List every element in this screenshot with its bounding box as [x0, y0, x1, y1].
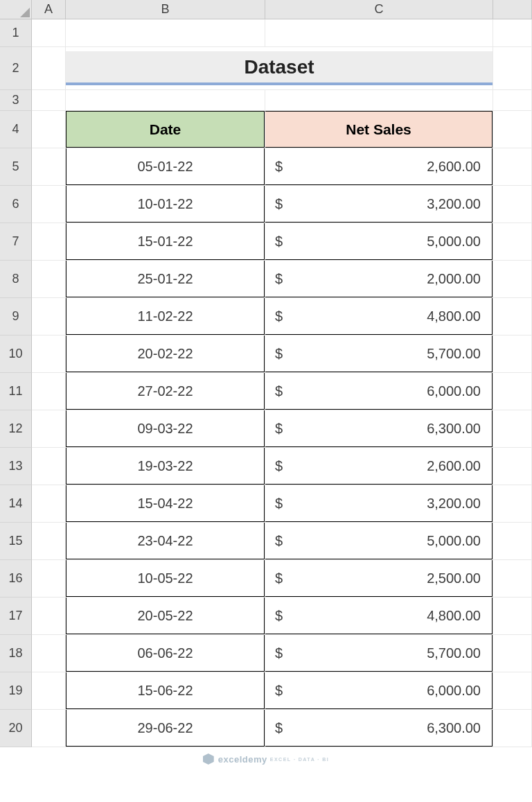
table-header-sales[interactable]: Net Sales [265, 111, 493, 148]
row-header[interactable]: 15 [0, 523, 32, 560]
cell[interactable] [265, 90, 493, 111]
date-cell[interactable]: 05-01-22 [66, 148, 265, 186]
cell[interactable] [32, 261, 66, 298]
date-cell[interactable]: 15-04-22 [66, 485, 265, 523]
row-header[interactable]: 7 [0, 223, 32, 261]
sales-cell[interactable]: $3,200.00 [265, 186, 493, 223]
cell[interactable] [32, 373, 66, 410]
row-header[interactable]: 10 [0, 335, 32, 373]
cell[interactable] [493, 710, 532, 747]
cell[interactable] [493, 19, 532, 47]
sales-cell[interactable]: $2,000.00 [265, 261, 493, 298]
date-cell[interactable]: 20-05-22 [66, 598, 265, 635]
sales-cell[interactable]: $4,800.00 [265, 598, 493, 635]
cell[interactable] [493, 223, 532, 261]
date-cell[interactable]: 10-05-22 [66, 560, 265, 598]
row-header[interactable]: 18 [0, 635, 32, 672]
cell[interactable] [32, 710, 66, 747]
cell[interactable] [32, 335, 66, 373]
row-header[interactable]: 3 [0, 90, 32, 111]
cell[interactable] [32, 148, 66, 186]
row-header[interactable]: 9 [0, 298, 32, 335]
date-cell[interactable]: 29-06-22 [66, 710, 265, 747]
row-header[interactable]: 11 [0, 373, 32, 410]
date-cell[interactable]: 20-02-22 [66, 335, 265, 373]
sales-cell[interactable]: $2,500.00 [265, 560, 493, 598]
cell[interactable] [493, 373, 532, 410]
cell[interactable] [493, 598, 532, 635]
column-header-c[interactable]: C [265, 0, 493, 19]
cell[interactable] [32, 635, 66, 672]
column-header-b[interactable]: B [66, 0, 265, 19]
cell[interactable] [493, 148, 532, 186]
row-header[interactable]: 16 [0, 560, 32, 598]
date-cell[interactable]: 06-06-22 [66, 635, 265, 672]
cell[interactable] [493, 186, 532, 223]
date-cell[interactable]: 19-03-22 [66, 448, 265, 485]
sales-cell[interactable]: $5,000.00 [265, 223, 493, 261]
column-header-blank[interactable] [493, 0, 532, 19]
sales-cell[interactable]: $2,600.00 [265, 148, 493, 186]
cell[interactable] [32, 223, 66, 261]
cell[interactable] [32, 90, 66, 111]
sales-cell[interactable]: $4,800.00 [265, 298, 493, 335]
cell[interactable] [493, 672, 532, 710]
select-all-corner[interactable] [0, 0, 32, 19]
date-cell[interactable]: 11-02-22 [66, 298, 265, 335]
row-header[interactable]: 14 [0, 485, 32, 523]
date-cell[interactable]: 15-01-22 [66, 223, 265, 261]
cell[interactable] [32, 47, 66, 90]
cell[interactable] [493, 298, 532, 335]
cell[interactable] [32, 186, 66, 223]
date-cell[interactable]: 27-02-22 [66, 373, 265, 410]
cell[interactable] [32, 598, 66, 635]
row-header[interactable]: 12 [0, 410, 32, 448]
cell[interactable] [32, 298, 66, 335]
cell[interactable] [66, 19, 265, 47]
cell[interactable] [32, 19, 66, 47]
sales-cell[interactable]: $6,000.00 [265, 672, 493, 710]
sales-cell[interactable]: $6,000.00 [265, 373, 493, 410]
date-cell[interactable]: 25-01-22 [66, 261, 265, 298]
cell[interactable] [32, 448, 66, 485]
column-header-a[interactable]: A [32, 0, 66, 19]
row-header[interactable]: 8 [0, 261, 32, 298]
title-cell[interactable]: Dataset [66, 47, 493, 90]
cell[interactable] [32, 410, 66, 448]
date-cell[interactable]: 23-04-22 [66, 523, 265, 560]
row-header[interactable]: 6 [0, 186, 32, 223]
cell[interactable] [493, 410, 532, 448]
sales-cell[interactable]: $5,700.00 [265, 335, 493, 373]
cell[interactable] [493, 111, 532, 148]
row-header[interactable]: 17 [0, 598, 32, 635]
row-header[interactable]: 19 [0, 672, 32, 710]
cell[interactable] [493, 47, 532, 90]
date-cell[interactable]: 09-03-22 [66, 410, 265, 448]
cell[interactable] [493, 635, 532, 672]
row-header[interactable]: 20 [0, 710, 32, 747]
sales-cell[interactable]: $3,200.00 [265, 485, 493, 523]
cell[interactable] [493, 560, 532, 598]
sales-cell[interactable]: $2,600.00 [265, 448, 493, 485]
cell[interactable] [265, 19, 493, 47]
cell[interactable] [32, 485, 66, 523]
row-header[interactable]: 5 [0, 148, 32, 186]
date-cell[interactable]: 10-01-22 [66, 186, 265, 223]
cell[interactable] [32, 111, 66, 148]
cell[interactable] [66, 90, 265, 111]
cell[interactable] [493, 448, 532, 485]
sales-cell[interactable]: $6,300.00 [265, 410, 493, 448]
table-header-date[interactable]: Date [66, 111, 265, 148]
cell[interactable] [32, 560, 66, 598]
cell[interactable] [493, 335, 532, 373]
cell[interactable] [32, 672, 66, 710]
sales-cell[interactable]: $5,700.00 [265, 635, 493, 672]
cell[interactable] [493, 485, 532, 523]
sales-cell[interactable]: $5,000.00 [265, 523, 493, 560]
sales-cell[interactable]: $6,300.00 [265, 710, 493, 747]
row-header[interactable]: 13 [0, 448, 32, 485]
row-header[interactable]: 4 [0, 111, 32, 148]
cell[interactable] [493, 90, 532, 111]
date-cell[interactable]: 15-06-22 [66, 672, 265, 710]
cell[interactable] [32, 523, 66, 560]
